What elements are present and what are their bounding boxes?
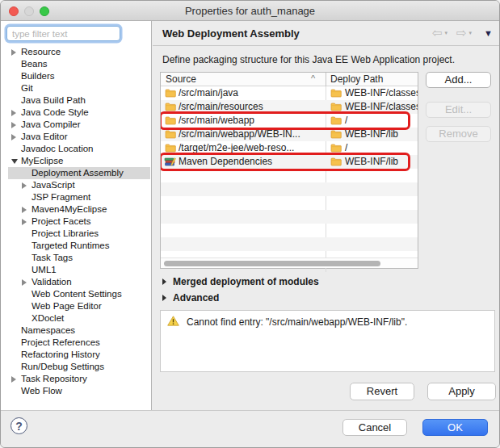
add-button[interactable]: Add... <box>426 72 491 88</box>
properties-dialog: Properties for auth_manage ResourceBeans… <box>0 0 500 448</box>
sidebar-tree: ResourceBeansBuildersGitJava Build PathJ… <box>1 46 151 409</box>
section-merged-deployment[interactable]: Merged deployment of modules <box>162 276 319 287</box>
source-cell: Maven Dependencies <box>179 155 321 169</box>
table-row[interactable]: /src/main/webapp / <box>161 114 418 128</box>
sidebar-item-validation[interactable]: Validation <box>8 276 151 288</box>
filter-input[interactable] <box>6 26 120 41</box>
sidebar-item-targeted-runtimes[interactable]: Targeted Runtimes <box>8 240 151 252</box>
sidebar-item-label: Run/Debug Settings <box>21 362 104 371</box>
sidebar-item-uml1[interactable]: UML1 <box>8 264 151 276</box>
section-label: Merged deployment of modules <box>173 276 319 287</box>
sidebar-item-label: Builders <box>21 71 55 81</box>
source-cell: /src/main/java <box>179 86 321 100</box>
history-nav: ⇦ ▾ ⇨ ▾ ▼ <box>432 27 493 40</box>
sidebar-item-java-code-style[interactable]: Java Code Style <box>8 107 151 119</box>
table-row-empty <box>161 182 418 196</box>
sidebar-item-run-debug-settings[interactable]: Run/Debug Settings <box>8 361 151 373</box>
sidebar-item-project-references[interactable]: Project References <box>8 337 151 349</box>
sidebar-item-java-compiler[interactable]: Java Compiler <box>8 119 151 131</box>
chevron-collapsed-icon[interactable] <box>22 219 27 225</box>
sidebar-item-web-page-editor[interactable]: Web Page Editor <box>8 300 151 312</box>
sidebar-item-xdoclet[interactable]: XDoclet <box>8 312 151 324</box>
sidebar-item-label: Web Flow <box>21 386 62 396</box>
sidebar-item-jsp-fragment[interactable]: JSP Fragment <box>8 191 151 203</box>
sidebar-item-project-libraries[interactable]: Project Libraries <box>8 228 151 240</box>
help-icon[interactable]: ? <box>11 417 27 434</box>
sidebar-item-web-content-settings[interactable]: Web Content Settings <box>8 288 151 300</box>
sidebar-item-resource[interactable]: Resource <box>8 46 151 58</box>
apply-button[interactable]: Apply <box>427 383 496 400</box>
edit-button[interactable]: Edit... <box>426 102 491 118</box>
chevron-collapsed-icon[interactable] <box>22 207 27 213</box>
ok-button[interactable]: OK <box>422 419 488 436</box>
chevron-collapsed-icon[interactable] <box>11 110 16 116</box>
forward-arrow-icon[interactable]: ⇨ <box>456 27 467 40</box>
table-row[interactable]: Maven Dependencies WEB-INF/lib <box>161 155 418 169</box>
sidebar-item-task-repository[interactable]: Task Repository <box>8 373 151 385</box>
table-row[interactable]: /src/main/webapp/WEB-IN... WEB-INF/lib <box>161 128 418 141</box>
sidebar-item-maven4myeclipse[interactable]: Maven4MyEclipse <box>8 203 151 216</box>
source-cell: /src/main/webapp/WEB-IN... <box>179 128 321 141</box>
column-header-deploy-path[interactable]: Deploy Path <box>330 73 383 85</box>
deploy-path-cell: WEB-INF/classes <box>345 86 418 100</box>
sidebar: ResourceBeansBuildersGitJava Build PathJ… <box>1 21 152 410</box>
remove-button[interactable]: Remove <box>426 126 491 142</box>
table-row[interactable]: /target/m2e-jee/web-reso... / <box>161 141 418 155</box>
deploy-path-cell: WEB-INF/lib <box>345 155 398 169</box>
chevron-collapsed-icon[interactable] <box>11 122 16 128</box>
sidebar-item-beans[interactable]: Beans <box>8 58 151 70</box>
sidebar-item-java-build-path[interactable]: Java Build Path <box>8 94 151 107</box>
sidebar-item-myeclipse[interactable]: MyEclipse <box>8 155 151 167</box>
section-advanced[interactable]: Advanced <box>162 292 219 304</box>
table-row[interactable]: /src/main/java WEB-INF/classes <box>161 86 418 100</box>
titlebar: Properties for auth_manage <box>1 1 499 21</box>
table-row[interactable]: /src/main/resources WEB-INF/classes <box>161 100 418 114</box>
chevron-collapsed-icon[interactable] <box>11 134 16 140</box>
sidebar-item-task-tags[interactable]: Task Tags <box>8 252 151 264</box>
horizontal-scrollbar[interactable] <box>161 257 418 268</box>
chevron-collapsed-icon[interactable] <box>22 279 27 286</box>
sidebar-item-project-facets[interactable]: Project Facets <box>8 216 151 228</box>
back-arrow-icon[interactable]: ⇦ <box>432 27 443 40</box>
chevron-collapsed-icon[interactable] <box>162 295 166 301</box>
source-cell: /src/main/webapp <box>179 114 321 128</box>
source-cell: /target/m2e-jee/web-reso... <box>179 141 321 155</box>
folder-icon <box>330 103 342 111</box>
sidebar-item-builders[interactable]: Builders <box>8 70 151 82</box>
cancel-button[interactable]: Cancel <box>342 419 407 436</box>
forward-dropdown-icon[interactable]: ▾ <box>469 30 473 36</box>
sidebar-item-refactoring-history[interactable]: Refactoring History <box>8 349 151 361</box>
sidebar-item-git[interactable]: Git <box>8 82 151 94</box>
chevron-collapsed-icon[interactable] <box>162 278 166 285</box>
sidebar-item-label: Refactoring History <box>21 350 100 359</box>
sidebar-item-label: Git <box>21 83 33 93</box>
column-header-source[interactable]: Source <box>166 73 196 85</box>
sidebar-item-label: Deployment Assembly <box>32 168 124 178</box>
deploy-path-cell: WEB-INF/classes <box>345 100 418 114</box>
sidebar-item-deployment-assembly[interactable]: Deployment Assembly <box>8 167 150 179</box>
chevron-collapsed-icon[interactable] <box>22 182 27 189</box>
sort-ascending-icon[interactable]: ^ <box>311 73 315 83</box>
sidebar-item-label: JavaScript <box>32 180 75 190</box>
sidebar-item-javascript[interactable]: JavaScript <box>8 179 151 191</box>
chevron-collapsed-icon[interactable] <box>11 49 16 56</box>
scrollbar-thumb[interactable] <box>164 261 380 266</box>
sidebar-item-label: Project Facets <box>32 216 91 226</box>
sidebar-item-namespaces[interactable]: Namespaces <box>8 324 151 337</box>
table-row-empty <box>161 169 418 182</box>
sidebar-item-javadoc-location[interactable]: Javadoc Location <box>8 143 151 155</box>
back-dropdown-icon[interactable]: ▾ <box>445 30 448 36</box>
chevron-collapsed-icon[interactable] <box>11 376 16 383</box>
revert-button[interactable]: Revert <box>350 383 414 400</box>
view-menu-icon[interactable]: ▼ <box>484 28 493 38</box>
sidebar-item-label: Project Libraries <box>32 228 99 238</box>
folder-icon <box>330 89 342 98</box>
sidebar-item-label: Java Editor <box>21 132 68 141</box>
sidebar-item-java-editor[interactable]: Java Editor <box>8 131 151 143</box>
sidebar-item-web-flow[interactable]: Web Flow <box>8 385 151 397</box>
table-row-empty <box>161 224 418 237</box>
table-rows: /src/main/java WEB-INF/classes /src/main… <box>161 86 418 258</box>
chevron-expanded-icon[interactable] <box>11 159 18 164</box>
sidebar-item-label: MyEclipse <box>21 156 63 165</box>
folder-icon <box>165 103 176 111</box>
